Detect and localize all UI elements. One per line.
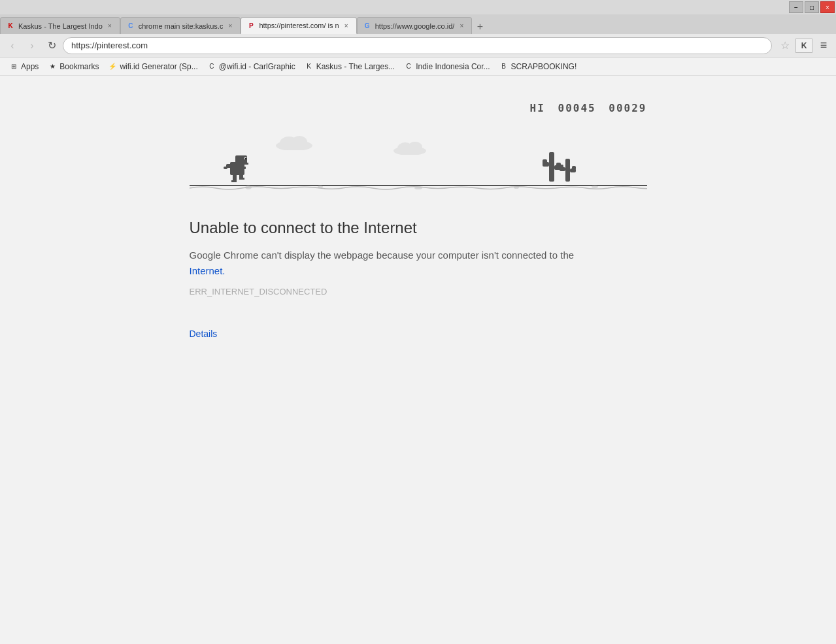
svg-rect-13 [241,167,246,169]
error-description-text: Google Chrome can't display the webpage … [190,250,575,261]
details-link[interactable]: Details [190,329,218,339]
tab-chrome-favicon: C [126,22,135,31]
bookmark-label-0: Apps [21,62,39,71]
maximize-button[interactable]: □ [805,1,819,13]
tab-pinterest-title: https://pinterest.com/ is n [259,22,339,29]
svg-rect-30 [560,165,563,169]
title-bar: − □ × [0,0,836,14]
svg-rect-32 [572,166,576,170]
bookmark-label-6: SCRAPBOOKING! [511,62,577,71]
svg-point-2 [292,136,307,148]
tab-google-title: https://www.google.co.id/ [375,22,455,30]
url-text: https://pinterest.com [71,40,148,50]
refresh-button[interactable]: ↻ [43,37,60,54]
close-button[interactable]: × [820,1,835,13]
tab-kaskus[interactable]: K Kaskus - The Largest Indo × [0,17,120,34]
error-content: Unable to connect to the Internet Google… [190,219,647,340]
score-hi-value: 00045 [558,102,596,114]
back-button[interactable]: ‹ [4,37,21,54]
score-display: HI 00045 00029 [190,102,647,114]
tab-google-favicon: G [363,22,372,31]
bookmark-item-2[interactable]: ⚡ wifi.id Generator (Sp... [104,61,201,72]
error-description: Google Chrome can't display the webpage … [190,248,647,279]
forward-button[interactable]: › [24,37,41,54]
bookmarks-bar: ⊞ Apps ★ Bookmarks ⚡ wifi.id Generator (… [0,57,836,76]
new-tab-button[interactable]: + [472,20,488,34]
tab-kaskus-favicon: K [6,22,15,31]
tab-bar: K Kaskus - The Largest Indo × C chrome m… [0,14,836,34]
game-area: HI 00045 00029 [190,102,647,199]
svg-point-18 [245,185,252,189]
k-button[interactable]: K [795,39,812,53]
score-hi-label: HI [530,102,545,114]
svg-rect-16 [231,180,237,182]
minimize-button[interactable]: − [789,1,803,13]
address-bar[interactable]: https://pinterest.com [63,37,772,54]
tab-chrome-title: chrome main site:kaskus.c [139,22,224,30]
bookmark-label-5: Indie Indonesia Cor... [416,62,490,71]
tab-kaskus-title: Kaskus - The Largest Indo [18,22,103,30]
svg-rect-10 [246,163,248,165]
score-current-value: 00029 [609,102,646,114]
nav-bar: ‹ › ↻ https://pinterest.com ☆ K ≡ [0,34,836,57]
dino [222,152,248,185]
menu-button[interactable]: ≡ [815,37,832,54]
svg-rect-9 [245,158,246,159]
svg-rect-28 [565,159,570,182]
bookmark-label-1: Bookmarks [59,62,99,71]
bookmark-item-1[interactable]: ★ Bookmarks [44,61,103,72]
bookmark-label-2: wifi.id Generator (Sp... [120,62,197,71]
tab-pinterest-favicon: P [246,21,256,30]
cloud-2 [392,140,428,155]
bookmark-icon-2: ⚡ [108,62,117,71]
bookmark-item-5[interactable]: C Indie Indonesia Cor... [400,61,493,72]
bookmark-icon-4: K [305,62,314,71]
tab-google-close[interactable]: × [457,22,466,31]
bookmark-icon-3: C [207,62,216,71]
bookmark-icon-5: C [404,62,413,71]
cloud-1 [275,134,314,150]
svg-point-19 [318,185,323,188]
page-content: HI 00045 00029 [0,76,836,644]
bookmark-star-button[interactable]: ☆ [777,38,793,54]
error-code: ERR_INTERNET_DISCONNECTED [190,287,647,297]
svg-rect-23 [549,152,554,182]
svg-rect-7 [235,155,247,165]
internet-link[interactable]: Internet. [190,265,226,276]
bookmark-label-4: Kaskus - The Larges... [316,62,395,71]
game-scene[interactable] [190,121,647,199]
svg-point-20 [414,187,422,189]
svg-rect-12 [224,167,227,169]
svg-rect-17 [239,178,244,180]
error-title: Unable to connect to the Internet [190,219,647,237]
bookmark-item-3[interactable]: C @wifi.id - CarlGraphic [203,61,299,72]
svg-point-22 [592,185,598,188]
cactus [543,149,582,185]
svg-point-5 [408,142,422,152]
tab-chrome-close[interactable]: × [226,22,235,31]
bookmark-icon-1: ★ [48,62,57,71]
bookmark-icon-6: B [499,62,509,71]
tab-pinterest-close[interactable]: × [342,21,351,30]
bookmark-item-0[interactable]: ⊞ Apps [5,61,42,72]
svg-rect-25 [543,159,547,164]
tab-google[interactable]: G https://www.google.co.id/ × [357,17,473,34]
bookmark-item-6[interactable]: B SCRAPBOOKING! [495,61,581,72]
bookmark-label-3: @wifi.id - CarlGraphic [219,62,295,71]
bookmark-icon-0: ⊞ [9,62,18,71]
svg-point-21 [514,186,519,189]
tab-kaskus-close[interactable]: × [105,22,114,31]
bookmark-item-4[interactable]: K Kaskus - The Larges... [301,61,399,72]
tab-pinterest[interactable]: P https://pinterest.com/ is n × [241,17,356,34]
tab-chrome[interactable]: C chrome main site:kaskus.c × [120,17,241,34]
